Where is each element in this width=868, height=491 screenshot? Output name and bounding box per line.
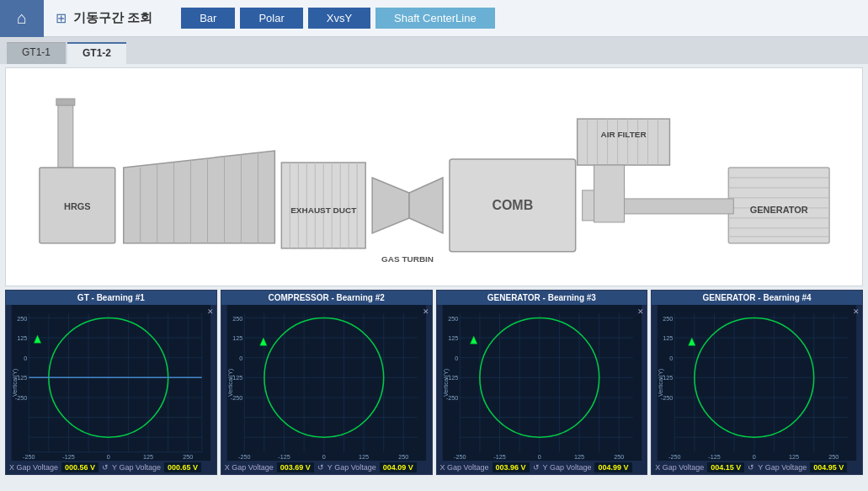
svg-text:125: 125	[663, 334, 673, 342]
y-gap-label-1: Y Gap Voltage	[112, 463, 161, 472]
close-icon-4[interactable]: ✕	[853, 307, 860, 316]
svg-text:Vertical(Y): Vertical(Y)	[11, 369, 19, 397]
diagram-svg: HRGS EXHAUST DUCT GAS TURBIN COMB	[6, 68, 862, 286]
svg-rect-42	[594, 165, 625, 222]
x-gap-value-4: 004.15 V	[707, 462, 744, 472]
chart-panel-4: GENERATOR - Bearning #4 ✕	[651, 290, 863, 475]
nav-shaft-button[interactable]: Shaft CenterLine	[375, 8, 495, 29]
chart-title-3: GENERATOR - Bearning #3	[437, 291, 647, 305]
svg-text:125: 125	[359, 453, 369, 461]
svg-text:EXHAUST DUCT: EXHAUST DUCT	[290, 205, 356, 215]
y-gap-value-1: 000.65 V	[164, 462, 201, 472]
chart-panel-3: GENERATOR - Bearning #3 ✕	[436, 290, 648, 475]
chart-title-1: GT - Bearning #1	[6, 291, 216, 305]
svg-text:250: 250	[614, 453, 624, 461]
y-gap-label-2: Y Gap Voltage	[327, 463, 376, 472]
svg-text:0: 0	[24, 355, 27, 362]
svg-text:250: 250	[398, 453, 408, 461]
svg-text:HRGS: HRGS	[64, 201, 91, 211]
svg-text:Vertical(Y): Vertical(Y)	[226, 369, 234, 397]
svg-rect-52	[625, 199, 734, 214]
header-title-area: ⊞ 기동구간 조회	[44, 10, 164, 26]
diagram-area: HRGS EXHAUST DUCT GAS TURBIN COMB	[5, 67, 863, 286]
svg-text:0: 0	[753, 453, 756, 461]
svg-text:250: 250	[183, 453, 193, 461]
refresh-icon-3[interactable]: ↺	[533, 463, 540, 472]
svg-text:250: 250	[663, 315, 673, 323]
svg-text:0: 0	[669, 355, 673, 362]
chart-footer-1: X Gap Voltage 000.56 V ↺ Y Gap Voltage 0…	[6, 461, 216, 474]
y-gap-label-3: Y Gap Voltage	[543, 463, 592, 472]
svg-text:125: 125	[574, 453, 584, 461]
svg-text:125: 125	[17, 334, 27, 342]
svg-text:0: 0	[455, 355, 458, 362]
svg-marker-5	[124, 151, 275, 243]
x-gap-value-3: 003.96 V	[493, 462, 530, 472]
tab-gt1-1[interactable]: GT1-1	[7, 42, 66, 64]
y-gap-value-3: 004.99 V	[594, 462, 631, 472]
svg-text:-250: -250	[23, 453, 35, 461]
svg-rect-2	[56, 99, 75, 105]
home-button[interactable]: ⌂	[0, 0, 44, 37]
svg-text:250: 250	[829, 453, 839, 461]
tab-bar: GT1-1 GT1-2	[0, 37, 868, 64]
svg-text:0: 0	[322, 453, 326, 461]
svg-text:-250: -250	[668, 453, 680, 461]
close-icon-1[interactable]: ✕	[207, 307, 214, 316]
svg-rect-32	[578, 119, 670, 165]
svg-text:GENERATOR: GENERATOR	[750, 205, 808, 215]
nav-bar-button[interactable]: Bar	[181, 8, 235, 29]
svg-text:Vertical(Y): Vertical(Y)	[657, 369, 664, 397]
chart-body-2: ✕ 250 125 0	[221, 305, 432, 461]
svg-text:-250: -250	[238, 453, 250, 461]
svg-text:COMB: COMB	[492, 198, 533, 212]
svg-text:125: 125	[448, 334, 458, 342]
page-title: 기동구간 조회	[73, 10, 152, 26]
chart-svg-2: 250 125 0 -125 -250 -250 -125 0 125 250 …	[221, 305, 432, 461]
tab-gt1-2[interactable]: GT1-2	[67, 42, 126, 64]
x-gap-label-3: X Gap Voltage	[440, 463, 489, 472]
svg-text:250: 250	[17, 315, 27, 323]
header: ⌂ ⊞ 기동구간 조회 Bar Polar XvsY Shaft CenterL…	[0, 0, 868, 37]
chart-footer-4: X Gap Voltage 004.15 V ↺ Y Gap Voltage 0…	[652, 461, 862, 474]
chart-title-4: GENERATOR - Bearning #4	[652, 291, 862, 305]
nav-buttons: Bar Polar XvsY Shaft CenterLine	[181, 8, 495, 29]
svg-text:125: 125	[143, 453, 153, 461]
chart-svg-4: 250 125 0 -125 -250 -250 -125 0 125 250 …	[652, 305, 862, 461]
x-gap-value-1: 000.56 V	[61, 462, 99, 472]
svg-text:-125: -125	[493, 453, 505, 461]
windows-icon: ⊞	[56, 10, 67, 26]
svg-text:125: 125	[232, 334, 242, 342]
chart-body-4: ✕ 250 125 0	[652, 305, 862, 461]
refresh-icon-2[interactable]: ↺	[317, 463, 324, 472]
svg-text:-250: -250	[454, 453, 466, 461]
refresh-icon-1[interactable]: ↺	[102, 463, 109, 472]
chart-title-2: COMPRESSOR - Bearning #2	[221, 291, 432, 305]
svg-text:GAS TURBIN: GAS TURBIN	[381, 254, 434, 264]
svg-text:-125: -125	[278, 453, 290, 461]
nav-xvsy-button[interactable]: XvsY	[308, 8, 370, 29]
svg-text:0: 0	[107, 453, 110, 461]
chart-body-3: ✕ 250 125 0	[437, 305, 647, 461]
chart-panel-1: GT - Bearning #1 ✕	[5, 290, 217, 475]
svg-text:Vertical(Y): Vertical(Y)	[441, 369, 449, 397]
y-gap-label-4: Y Gap Voltage	[758, 463, 807, 472]
x-gap-label-4: X Gap Voltage	[655, 463, 704, 472]
x-gap-label-1: X Gap Voltage	[9, 463, 58, 472]
charts-row: GT - Bearning #1 ✕	[0, 290, 868, 475]
chart-svg-1: 250 125 0 -125 -250 -250 -125 0 125 250 …	[6, 305, 216, 461]
close-icon-2[interactable]: ✕	[423, 307, 429, 316]
y-gap-value-2: 004.09 V	[380, 462, 417, 472]
nav-polar-button[interactable]: Polar	[240, 8, 302, 29]
svg-rect-1	[58, 100, 73, 168]
close-icon-3[interactable]: ✕	[637, 307, 644, 316]
svg-text:125: 125	[789, 453, 799, 461]
refresh-icon-4[interactable]: ↺	[748, 463, 754, 472]
chart-footer-2: X Gap Voltage 003.69 V ↺ Y Gap Voltage 0…	[221, 461, 432, 474]
y-gap-value-4: 004.95 V	[810, 462, 847, 472]
svg-text:250: 250	[232, 315, 242, 323]
x-gap-label-2: X Gap Voltage	[225, 463, 274, 472]
svg-text:0: 0	[239, 355, 242, 362]
svg-text:0: 0	[537, 453, 541, 461]
svg-text:-125: -125	[709, 453, 721, 461]
